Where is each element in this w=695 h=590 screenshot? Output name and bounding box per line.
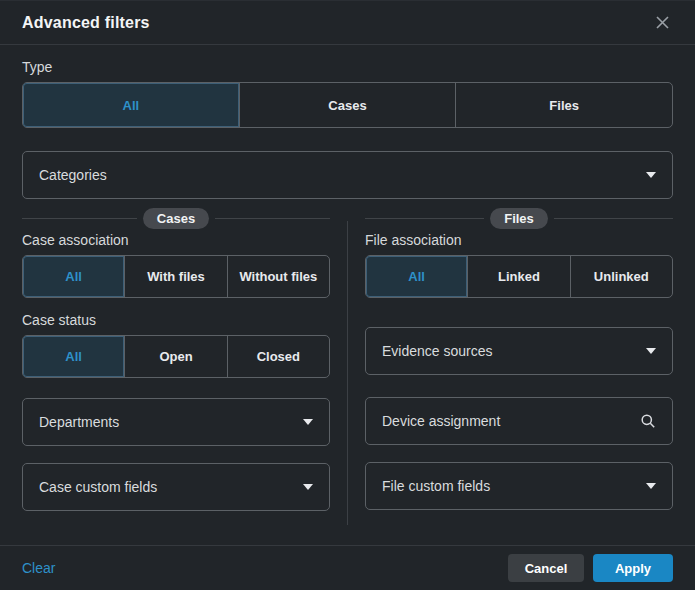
file-association-option-unlinked[interactable]: Unlinked	[570, 256, 672, 297]
device-assignment-field-label: Device assignment	[382, 413, 500, 429]
departments-dropdown[interactable]: Departments	[22, 398, 330, 446]
case-status-label: Case status	[22, 312, 330, 329]
cases-section-badge: Cases	[143, 208, 209, 229]
apply-button[interactable]: Apply	[593, 554, 673, 582]
cases-column: Case association All With files Without …	[22, 229, 330, 511]
file-custom-fields-dropdown[interactable]: File custom fields	[365, 462, 673, 510]
clear-button[interactable]: Clear	[22, 560, 55, 576]
type-option-all[interactable]: All	[23, 83, 239, 127]
advanced-filters-dialog: Advanced filters Type All Cases Files Ca…	[0, 0, 695, 590]
chevron-down-icon	[646, 483, 656, 489]
case-status-option-closed[interactable]: Closed	[227, 336, 329, 377]
close-icon	[655, 15, 670, 30]
type-option-files[interactable]: Files	[455, 83, 672, 127]
evidence-sources-dropdown-label: Evidence sources	[382, 343, 493, 359]
file-custom-fields-dropdown-label: File custom fields	[382, 478, 490, 494]
file-association-option-all[interactable]: All	[366, 256, 467, 297]
cases-section-divider: Cases	[22, 207, 330, 229]
cancel-button[interactable]: Cancel	[508, 554, 584, 582]
case-status-option-all[interactable]: All	[23, 336, 124, 377]
case-association-option-with-files[interactable]: With files	[124, 256, 226, 297]
departments-dropdown-label: Departments	[39, 414, 119, 430]
files-column: File association All Linked Unlinked Evi…	[365, 229, 673, 511]
case-association-option-all[interactable]: All	[23, 256, 124, 297]
type-option-cases[interactable]: Cases	[239, 83, 456, 127]
column-divider	[347, 221, 348, 525]
chevron-down-icon	[646, 348, 656, 354]
case-association-option-without-files[interactable]: Without files	[227, 256, 329, 297]
categories-dropdown-label: Categories	[39, 167, 107, 183]
file-association-segmented-control: All Linked Unlinked	[365, 255, 673, 298]
chevron-down-icon	[646, 172, 656, 178]
close-button[interactable]	[651, 12, 673, 34]
case-association-label: Case association	[22, 232, 330, 249]
device-assignment-field[interactable]: Device assignment	[365, 397, 673, 445]
file-association-label: File association	[365, 232, 673, 249]
evidence-sources-dropdown[interactable]: Evidence sources	[365, 327, 673, 375]
type-segmented-control: All Cases Files	[22, 82, 673, 128]
type-label: Type	[22, 59, 673, 76]
dialog-body: Type All Cases Files Categories Cases	[0, 45, 695, 545]
case-custom-fields-dropdown-label: Case custom fields	[39, 479, 157, 495]
chevron-down-icon	[303, 484, 313, 490]
case-custom-fields-dropdown[interactable]: Case custom fields	[22, 463, 330, 511]
chevron-down-icon	[303, 419, 313, 425]
case-status-option-open[interactable]: Open	[124, 336, 226, 377]
dialog-header: Advanced filters	[0, 1, 695, 45]
dialog-footer: Clear Cancel Apply	[0, 545, 695, 590]
search-icon	[640, 413, 656, 429]
case-association-segmented-control: All With files Without files	[22, 255, 330, 298]
files-section-divider: Files	[365, 207, 673, 229]
dialog-title: Advanced filters	[22, 14, 150, 32]
files-section-badge: Files	[490, 208, 548, 229]
file-association-option-linked[interactable]: Linked	[467, 256, 569, 297]
columns-area: Cases Files Case association All With fi…	[22, 207, 673, 525]
categories-dropdown[interactable]: Categories	[22, 151, 673, 199]
case-status-segmented-control: All Open Closed	[22, 335, 330, 378]
